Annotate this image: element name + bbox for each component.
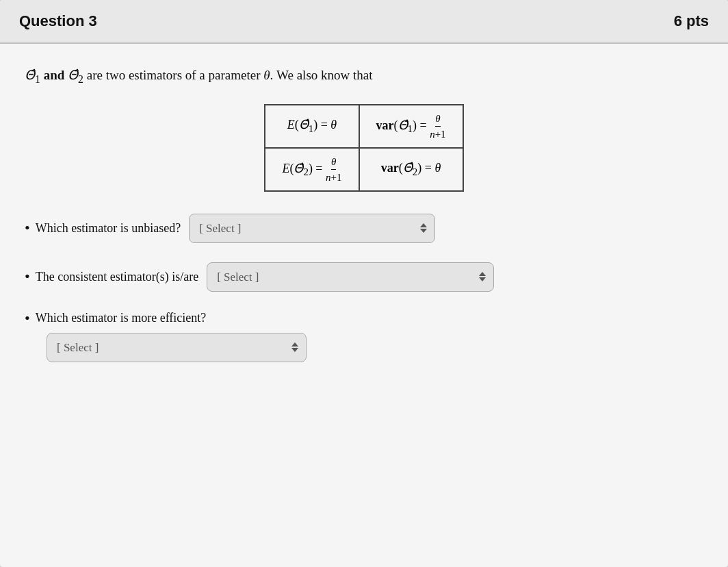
question-3-select-wrapper: [ Select ] Θ̂₁ Θ̂₂ Both Neither: [47, 333, 307, 362]
bullet-2: • The consistent estimator(s) is/are: [25, 269, 198, 284]
bullet-1: • Which estimator is unbiased?: [25, 220, 181, 236]
fraction-e-theta2: θ n+1: [326, 155, 341, 184]
question-1-text: Which estimator is unbiased?: [36, 221, 181, 236]
intro-text: Θ̂1 and Θ̂2 are two estimators of a para…: [25, 66, 703, 88]
question-3-text: Which estimator is more efficient?: [36, 311, 207, 325]
question-row-2: • The consistent estimator(s) is/are [ S…: [25, 262, 703, 292]
cell-var-theta2: var(Θ̂2) = θ: [359, 148, 463, 191]
question-item-1: • Which estimator is unbiased? [ Select …: [25, 214, 703, 243]
table-row: E(Θ̂2) = θ n+1 var(Θ̂2) = θ: [265, 148, 463, 191]
math-table-wrapper: E(Θ̂1) = θ var(Θ̂1) = θ n+1 E(Θ̂2) =: [25, 104, 703, 192]
bullet-3: • Which estimator is more efficient?: [25, 311, 206, 326]
question-card: Question 3 6 pts Θ̂1 and Θ̂2 are two est…: [0, 0, 728, 567]
efficient-select[interactable]: [ Select ] Θ̂₁ Θ̂₂ Both Neither: [47, 333, 307, 362]
theta-hat-2: Θ̂2: [68, 68, 87, 82]
consistent-select[interactable]: [ Select ] Θ̂₁ Θ̂₂ Both Neither: [207, 262, 494, 292]
card-body: Θ̂1 and Θ̂2 are two estimators of a para…: [0, 44, 728, 403]
question-row-1: • Which estimator is unbiased? [ Select …: [25, 214, 703, 243]
theta-hat-1: Θ̂1: [25, 68, 44, 82]
question-title: Question 3: [19, 12, 97, 30]
unbiased-select[interactable]: [ Select ] Θ̂₁ Θ̂₂ Both Neither: [189, 214, 435, 243]
question-1-select-wrapper: [ Select ] Θ̂₁ Θ̂₂ Both Neither: [189, 214, 435, 243]
cell-var-theta1: var(Θ̂1) = θ n+1: [359, 105, 463, 148]
table-row: E(Θ̂1) = θ var(Θ̂1) = θ n+1: [265, 105, 463, 148]
question-item-3: • Which estimator is more efficient? [ S…: [25, 311, 703, 362]
cell-e-theta2: E(Θ̂2) = θ n+1: [265, 148, 359, 191]
cell-e-theta1: E(Θ̂1) = θ: [265, 105, 359, 148]
card-header: Question 3 6 pts: [0, 0, 728, 44]
question-2-select-wrapper: [ Select ] Θ̂₁ Θ̂₂ Both Neither: [207, 262, 494, 292]
question-2-text: The consistent estimator(s) is/are: [36, 270, 198, 284]
question-row-3: • Which estimator is more efficient?: [25, 311, 703, 326]
question-3-select-block: [ Select ] Θ̂₁ Θ̂₂ Both Neither: [47, 333, 703, 362]
question-item-2: • The consistent estimator(s) is/are [ S…: [25, 262, 703, 292]
math-table: E(Θ̂1) = θ var(Θ̂1) = θ n+1 E(Θ̂2) =: [264, 104, 463, 192]
fraction-theta-n1: θ n+1: [430, 112, 445, 140]
question-points: 6 pts: [674, 12, 709, 30]
